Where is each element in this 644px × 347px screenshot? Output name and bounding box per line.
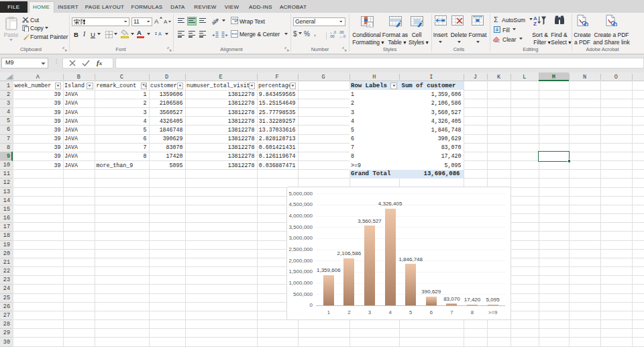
svg-text:ab: ab (211, 17, 219, 25)
svg-text:≤: ≤ (368, 23, 371, 28)
svg-text:Z: Z (533, 21, 537, 26)
svg-text:A: A (158, 32, 162, 36)
svg-text:ɪ: ɪ (155, 30, 157, 36)
